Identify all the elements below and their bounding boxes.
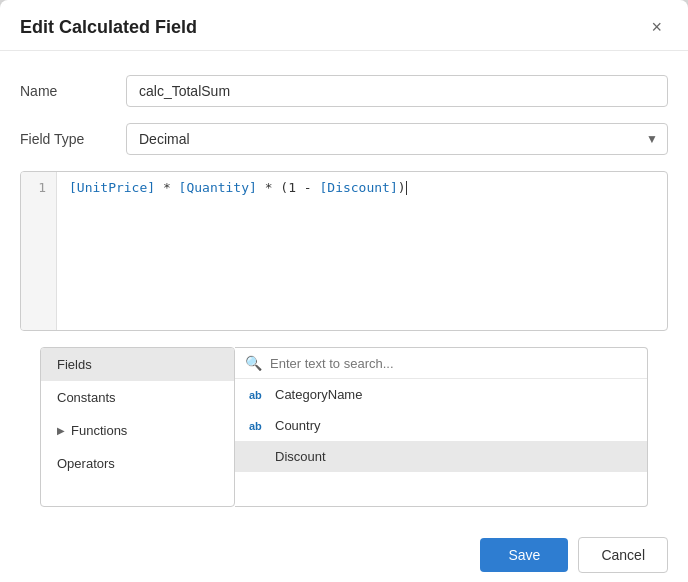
type-badge-ab-2: ab xyxy=(249,420,267,432)
left-panel: Fields Constants ▶ Functions Operators xyxy=(40,347,235,507)
code-op-2: * (1 - xyxy=(257,180,320,195)
functions-label: Functions xyxy=(71,423,127,438)
code-editor[interactable]: 1 [UnitPrice] * [Quantity] * (1 - [Disco… xyxy=(20,171,668,331)
code-op-3: ) xyxy=(398,180,406,195)
dialog-body: Name Field Type Decimal Integer String B… xyxy=(0,51,688,523)
code-token-discount: [Discount] xyxy=(319,180,397,195)
field-type-select[interactable]: Decimal Integer String Boolean DateTime xyxy=(126,123,668,155)
code-token-unitprice: [UnitPrice] xyxy=(69,180,155,195)
name-label: Name xyxy=(20,83,110,99)
result-item-country[interactable]: ab Country xyxy=(235,410,647,441)
edit-calculated-field-dialog: Edit Calculated Field × Name Field Type … xyxy=(0,0,688,582)
search-icon: 🔍 xyxy=(245,355,262,371)
search-input[interactable] xyxy=(270,356,637,371)
result-item-categoryname[interactable]: ab CategoryName xyxy=(235,379,647,410)
search-row: 🔍 xyxy=(235,348,647,379)
dialog-footer: Save Cancel xyxy=(0,523,688,582)
cursor xyxy=(406,181,407,195)
sidebar-item-functions[interactable]: ▶ Functions xyxy=(41,414,234,447)
operators-label: Operators xyxy=(57,456,115,471)
dialog-title: Edit Calculated Field xyxy=(20,17,197,38)
sidebar-item-operators[interactable]: Operators xyxy=(41,447,234,480)
result-list: ab CategoryName ab Country Discount xyxy=(235,379,647,506)
close-button[interactable]: × xyxy=(645,16,668,38)
name-row: Name xyxy=(20,75,668,107)
bottom-panel: Fields Constants ▶ Functions Operators 🔍 xyxy=(40,347,648,507)
sidebar-item-constants[interactable]: Constants xyxy=(41,381,234,414)
result-name-country: Country xyxy=(275,418,321,433)
right-panel: 🔍 ab CategoryName ab Country Discount xyxy=(235,347,648,507)
field-type-row: Field Type Decimal Integer String Boolea… xyxy=(20,123,668,155)
line-numbers: 1 xyxy=(21,172,57,330)
code-op-1: * xyxy=(155,180,178,195)
fields-label: Fields xyxy=(57,357,92,372)
field-type-wrapper: Decimal Integer String Boolean DateTime … xyxy=(126,123,668,155)
result-item-discount[interactable]: Discount xyxy=(235,441,647,472)
dialog-header: Edit Calculated Field × xyxy=(0,0,688,51)
constants-label: Constants xyxy=(57,390,116,405)
chevron-right-icon: ▶ xyxy=(57,425,65,436)
type-badge-ab: ab xyxy=(249,389,267,401)
result-name-categoryname: CategoryName xyxy=(275,387,362,402)
name-input[interactable] xyxy=(126,75,668,107)
code-content[interactable]: [UnitPrice] * [Quantity] * (1 - [Discoun… xyxy=(57,172,667,330)
result-name-discount: Discount xyxy=(275,449,326,464)
save-button[interactable]: Save xyxy=(480,538,568,572)
line-number-1: 1 xyxy=(38,180,46,195)
field-type-label: Field Type xyxy=(20,131,110,147)
code-token-quantity: [Quantity] xyxy=(179,180,257,195)
cancel-button[interactable]: Cancel xyxy=(578,537,668,573)
sidebar-item-fields[interactable]: Fields xyxy=(41,348,234,381)
